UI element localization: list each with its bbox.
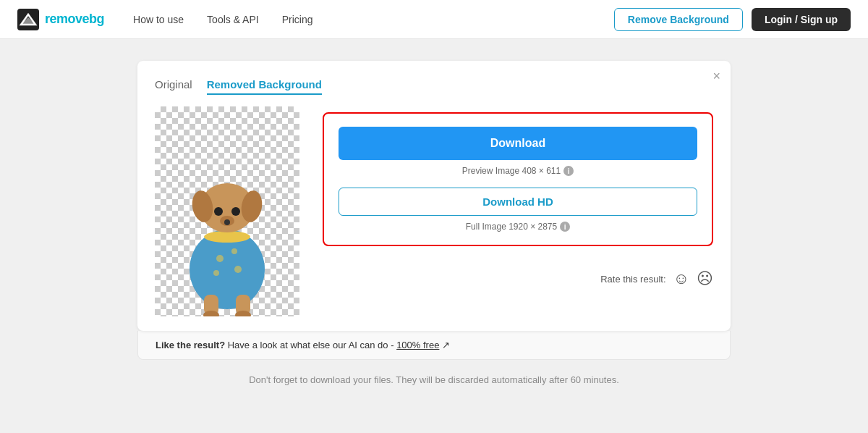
tab-original[interactable]: Original — [155, 75, 192, 95]
full-info: Full Image 1920 × 2875 i — [339, 222, 697, 232]
result-card: × Original Removed Background ✎ Edit ▾ — [137, 61, 731, 331]
bottom-bold: Like the result? — [156, 340, 225, 350]
logo-icon — [17, 9, 39, 30]
bottom-strip: Like the result? Have a look at what els… — [137, 331, 731, 360]
rate-label: Rate this result: — [600, 274, 665, 285]
header-actions: Remove Background Login / Sign up — [614, 8, 851, 31]
svg-point-16 — [216, 255, 224, 262]
smile-icon[interactable]: ☺ — [673, 269, 689, 288]
preview-info-icon[interactable]: i — [563, 166, 574, 176]
nav-tools-api[interactable]: Tools & API — [207, 14, 259, 25]
image-container: ✎ Edit ▾ — [155, 106, 299, 316]
main-content: × Original Removed Background ✎ Edit ▾ — [0, 39, 868, 400]
close-button[interactable]: × — [712, 70, 720, 83]
nav-how-to-use[interactable]: How to use — [133, 14, 184, 25]
bottom-link[interactable]: 100% free — [396, 340, 439, 350]
preview-info: Preview Image 408 × 611 i — [339, 166, 697, 176]
result-image — [155, 106, 299, 316]
card-body: ✎ Edit ▾ — [155, 106, 713, 316]
svg-point-8 — [214, 207, 223, 216]
tab-removed-background[interactable]: Removed Background — [207, 75, 322, 95]
svg-point-18 — [213, 270, 219, 276]
header: removebg How to use Tools & API Pricing … — [0, 0, 868, 39]
download-box: Download Preview Image 408 × 611 i Downl… — [323, 112, 713, 246]
logo: removebg — [17, 9, 104, 30]
discard-notice: Don't forget to download your files. The… — [249, 374, 619, 385]
main-nav: How to use Tools & API Pricing — [133, 14, 312, 25]
svg-point-19 — [234, 266, 242, 273]
download-button[interactable]: Download — [339, 127, 697, 160]
nav-pricing[interactable]: Pricing — [282, 14, 313, 25]
logo-text: removebg — [45, 12, 104, 27]
image-tabs: Original Removed Background — [155, 75, 713, 95]
frown-icon[interactable]: ☹ — [697, 269, 713, 288]
svg-point-9 — [231, 207, 240, 216]
svg-point-17 — [231, 248, 237, 254]
download-hd-button[interactable]: Download HD — [339, 188, 697, 216]
rating-row: Rate this result: ☺ ☹ — [323, 269, 713, 288]
bottom-rest: Have a look at what else our AI can do - — [228, 340, 394, 350]
full-info-icon[interactable]: i — [560, 222, 570, 232]
svg-point-11 — [224, 219, 230, 225]
login-signup-button[interactable]: Login / Sign up — [752, 8, 851, 31]
remove-background-button[interactable]: Remove Background — [614, 8, 743, 31]
svg-point-4 — [204, 231, 250, 243]
dog-image — [169, 128, 285, 316]
external-link-icon: ↗ — [442, 340, 450, 350]
right-panel: Download Preview Image 408 × 611 i Downl… — [323, 106, 713, 288]
